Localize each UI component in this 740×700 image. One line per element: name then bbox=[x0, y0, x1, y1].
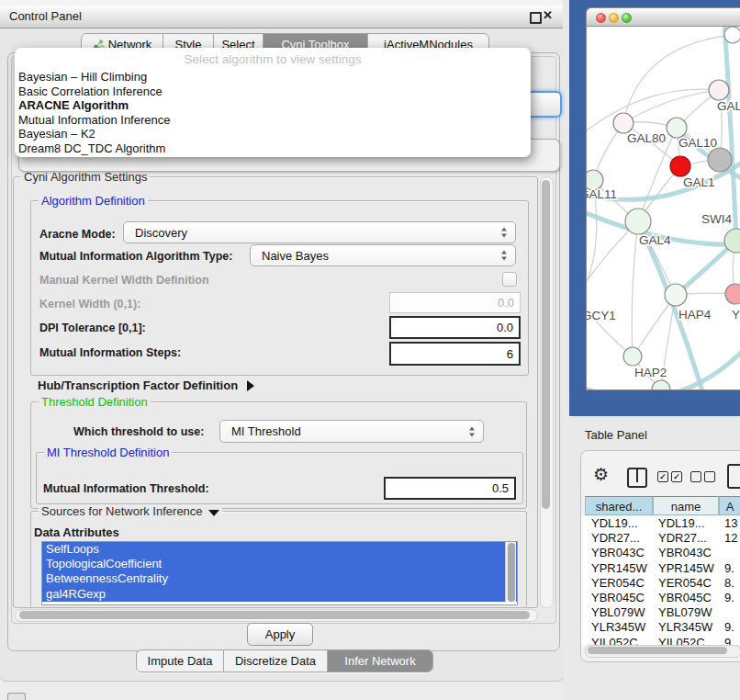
close-icon[interactable]: ✕ bbox=[543, 8, 553, 22]
cell: 9. bbox=[724, 561, 734, 576]
cutoff-button-fragment[interactable] bbox=[7, 693, 26, 700]
cell: YBR043C bbox=[591, 546, 645, 560]
network-window-titlebar[interactable] bbox=[586, 7, 740, 27]
table-row[interactable]: YPR145WYPR145W9. bbox=[581, 561, 740, 576]
tab-infer-network[interactable]: Infer Network bbox=[328, 650, 432, 672]
settings-horizontal-scrollbar[interactable] bbox=[15, 609, 538, 622]
column-layout-icon[interactable] bbox=[627, 468, 647, 488]
checked-checkbox-icon[interactable]: ✓ bbox=[657, 471, 668, 482]
cell: YBR045C bbox=[591, 591, 645, 605]
network-node-hap2[interactable] bbox=[623, 347, 642, 366]
table-row[interactable]: YBL079WYBL079W bbox=[581, 605, 740, 620]
cell: YPR145W bbox=[591, 561, 647, 576]
gear-icon[interactable]: ⚙ bbox=[593, 464, 609, 484]
combo-arrows-icon bbox=[469, 426, 476, 436]
network-node-label: GAL11 bbox=[587, 187, 617, 201]
dropdown-item-list: Bayesian – Hill ClimbingBasic Correlatio… bbox=[15, 70, 531, 156]
table-row[interactable]: YBR043CYBR043C bbox=[581, 546, 740, 560]
attribute-item-selfloops[interactable]: SelfLoops bbox=[42, 542, 517, 557]
apply-button-label: Apply bbox=[265, 627, 296, 641]
cell: YLR345W bbox=[658, 620, 712, 635]
cell: YBL079W bbox=[591, 605, 645, 620]
network-edge-highlighted bbox=[724, 27, 736, 241]
control-panel-titlebar[interactable]: Control Panel ✕ bbox=[0, 6, 563, 28]
cell: YDR27... bbox=[591, 531, 640, 546]
algorithm-dropdown-popup: Select algorithm to view settings Bayesi… bbox=[15, 48, 531, 157]
network-node-gal[interactable] bbox=[709, 80, 729, 100]
close-traffic-light-icon[interactable] bbox=[596, 13, 606, 23]
network-edge bbox=[587, 298, 633, 356]
network-node-label: GAL bbox=[717, 99, 740, 113]
dpi-tolerance-field[interactable]: 0.0 bbox=[389, 316, 521, 339]
float-window-icon[interactable] bbox=[530, 12, 542, 24]
table-row[interactable]: YDL19...YDL19...13 bbox=[581, 516, 740, 531]
kernel-width-value: 0.0 bbox=[498, 296, 514, 310]
column-header-name[interactable]: name bbox=[653, 496, 719, 515]
minimize-traffic-light-icon[interactable] bbox=[609, 13, 619, 23]
network-node-label: GAL4 bbox=[639, 233, 671, 247]
table-row[interactable]: YER054CYER054C8. bbox=[581, 576, 740, 591]
dropdown-item-aracne-algorithm[interactable]: ARACNE Algorithm bbox=[15, 98, 531, 113]
table-row[interactable]: YDR27...YDR27...12 bbox=[581, 531, 740, 546]
manual-kernel-checkbox[interactable] bbox=[502, 272, 517, 287]
algorithm-definition-title: Algorithm Definition bbox=[39, 194, 148, 208]
document-icon[interactable] bbox=[727, 464, 740, 489]
network-node-gal4[interactable] bbox=[625, 209, 651, 234]
which-threshold-value: MI Threshold bbox=[231, 424, 301, 438]
mi-steps-field[interactable]: 6 bbox=[389, 342, 521, 366]
which-threshold-combo[interactable]: MI Threshold bbox=[219, 420, 484, 443]
dropdown-item-bayesian-k2[interactable]: Bayesian – K2 bbox=[15, 127, 531, 141]
list-vertical-scrollbar[interactable] bbox=[505, 542, 516, 603]
network-node-gal80[interactable] bbox=[613, 113, 633, 133]
network-node-hap4[interactable] bbox=[665, 284, 687, 306]
dropdown-item-bayesian-hill-climbing[interactable]: Bayesian – Hill Climbing bbox=[15, 70, 531, 85]
network-graph: GALGAL80GAL10GAL1GAL11SWI4GAL4GCY1HAP4YH… bbox=[587, 27, 740, 390]
settings-vertical-scrollbar[interactable] bbox=[540, 176, 554, 608]
network-node[interactable] bbox=[724, 27, 740, 43]
network-node[interactable] bbox=[708, 148, 732, 172]
tab-label: Discretize Data bbox=[235, 654, 316, 668]
tab-discretize-data[interactable]: Discretize Data bbox=[224, 650, 328, 672]
network-node-gal10[interactable] bbox=[667, 118, 687, 138]
network-node-label: GAL1 bbox=[683, 175, 715, 189]
unchecked-checkbox-icon[interactable] bbox=[690, 471, 701, 482]
manual-kernel-label: Manual Kernel Width Definition bbox=[39, 274, 209, 287]
column-header-a[interactable]: A bbox=[719, 496, 740, 515]
dropdown-item-dream8-dc-tdc-algorithm[interactable]: Dream8 DC_TDC Algorithm bbox=[15, 141, 531, 156]
collapsed-triangle-icon bbox=[247, 380, 254, 391]
table-row[interactable]: YBR045CYBR045C9. bbox=[581, 591, 740, 605]
mi-type-combo[interactable]: Naive Bayes bbox=[250, 244, 516, 266]
dropdown-placeholder: Select algorithm to view settings bbox=[15, 50, 531, 70]
attribute-item-betweennesscentrality[interactable]: BetweennessCentrality bbox=[42, 571, 517, 586]
zoom-traffic-light-icon[interactable] bbox=[622, 13, 632, 23]
aracne-mode-combo[interactable]: Discovery bbox=[123, 221, 516, 243]
unchecked-checkbox-icon[interactable] bbox=[704, 471, 715, 482]
cell: YDL19... bbox=[658, 516, 705, 531]
cell: YER054C bbox=[658, 576, 712, 591]
table-horizontal-scrollbar[interactable] bbox=[585, 645, 740, 658]
hub-definition-toggle[interactable]: Hub/Transcription Factor Definition bbox=[38, 378, 254, 392]
attribute-item-topologicalcoefficient[interactable]: TopologicalCoefficient bbox=[42, 557, 517, 571]
tab-impute-data[interactable]: Impute Data bbox=[137, 650, 224, 672]
kernel-width-field: 0.0 bbox=[389, 292, 521, 313]
checked-checkbox-icon[interactable]: ✓ bbox=[671, 471, 682, 482]
kernel-width-label: Kernel Width (0,1): bbox=[39, 298, 140, 310]
cell: YBR043C bbox=[658, 546, 712, 560]
cyni-settings-title: Cyni Algorithm Settings bbox=[21, 170, 150, 184]
app-root: Control Panel ✕ NetworkStyleSelectCyni T… bbox=[0, 0, 740, 700]
data-attributes-list[interactable]: SelfLoopsTopologicalCoefficientBetweenne… bbox=[41, 541, 518, 605]
mi-threshold-field[interactable]: 0.5 bbox=[384, 477, 516, 500]
column-header-shared[interactable]: shared... bbox=[585, 496, 653, 515]
cell: YBL079W bbox=[658, 605, 712, 620]
dropdown-item-mutual-information-inference[interactable]: Mutual Information Inference bbox=[15, 113, 531, 128]
network-view-canvas[interactable]: GALGAL80GAL10GAL1GAL11SWI4GAL4GCY1HAP4YH… bbox=[586, 27, 740, 390]
cell: YPR145W bbox=[658, 561, 714, 576]
network-node-y[interactable] bbox=[725, 284, 740, 304]
dropdown-item-basic-correlation-inference[interactable]: Basic Correlation Inference bbox=[15, 85, 531, 99]
table-row[interactable]: YLR345WYLR345W9. bbox=[581, 620, 740, 635]
apply-button[interactable]: Apply bbox=[247, 623, 313, 646]
attribute-item-gal4rgexp[interactable]: gal4RGexp bbox=[42, 587, 517, 602]
network-node-gal1[interactable] bbox=[670, 156, 690, 176]
sources-title[interactable]: Sources for Network Inference bbox=[39, 504, 222, 518]
network-node[interactable] bbox=[652, 380, 670, 390]
